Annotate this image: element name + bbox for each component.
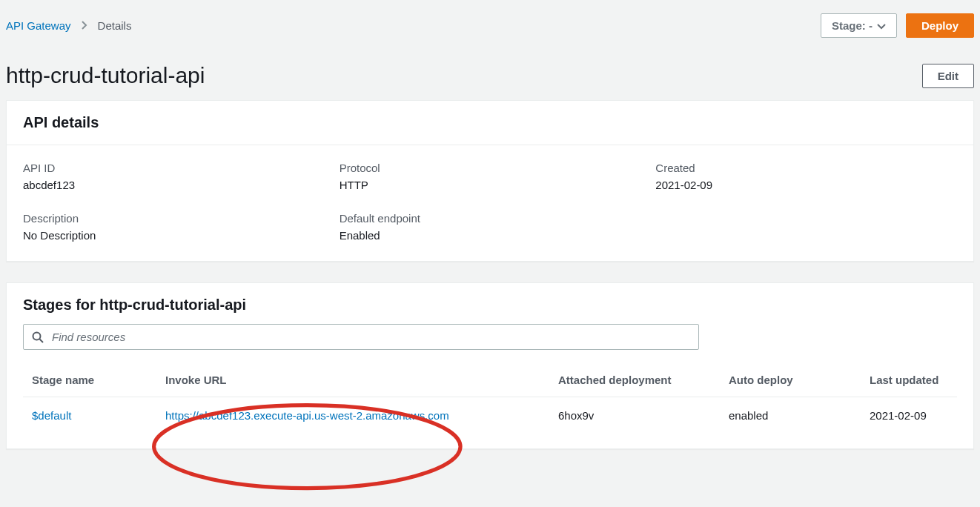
label-protocol: Protocol — [340, 162, 641, 174]
deploy-button[interactable]: Deploy — [906, 13, 974, 38]
value-protocol: HTTP — [340, 179, 641, 191]
field-description: Description No Description — [23, 212, 325, 242]
value-api-id: abcdef123 — [23, 179, 325, 191]
last-updated-value: 2021-02-09 — [861, 397, 957, 430]
field-api-id: API ID abcdef123 — [23, 162, 325, 191]
col-attached-deployment[interactable]: Attached deployment — [549, 366, 720, 397]
stages-panel: Stages for http-crud-tutorial-api Stage … — [6, 282, 974, 449]
field-default-endpoint: Default endpoint Enabled — [340, 212, 641, 242]
breadcrumb: API Gateway Details — [6, 19, 131, 32]
value-created: 2021-02-09 — [655, 179, 957, 191]
label-created: Created — [655, 162, 957, 174]
search-input[interactable] — [23, 324, 699, 350]
label-api-id: API ID — [23, 162, 325, 174]
field-protocol: Protocol HTTP — [340, 162, 641, 191]
label-description: Description — [23, 212, 325, 225]
attached-deployment-value: 6hox9v — [549, 397, 720, 430]
value-default-endpoint: Enabled — [340, 229, 641, 242]
stage-selector[interactable]: Stage: - — [821, 13, 897, 38]
auto-deploy-value: enabled — [720, 397, 861, 430]
stage-selector-label: Stage: - — [832, 19, 873, 32]
breadcrumb-root[interactable]: API Gateway — [6, 19, 71, 32]
api-details-heading: API details — [23, 114, 957, 131]
value-description: No Description — [23, 229, 325, 242]
chevron-right-icon — [82, 20, 87, 32]
page-title: http-crud-tutorial-api — [6, 63, 205, 88]
svg-point-0 — [33, 332, 41, 339]
edit-button[interactable]: Edit — [922, 64, 974, 88]
caret-down-icon — [877, 19, 886, 32]
stages-heading: Stages for http-crud-tutorial-api — [23, 296, 957, 314]
stages-table: Stage name Invoke URL Attached deploymen… — [23, 366, 957, 429]
label-default-endpoint: Default endpoint — [340, 212, 641, 225]
col-stage-name[interactable]: Stage name — [23, 366, 156, 397]
invoke-url-link[interactable]: https://abcdef123.execute-api.us-west-2.… — [165, 409, 449, 422]
col-last-updated[interactable]: Last updated — [861, 366, 957, 397]
field-created: Created 2021-02-09 — [655, 162, 957, 191]
stage-link[interactable]: $default — [32, 409, 71, 422]
table-row: $default https://abcdef123.execute-api.u… — [23, 397, 957, 430]
api-details-panel: API details API ID abcdef123 Protocol HT… — [6, 100, 974, 262]
col-auto-deploy[interactable]: Auto deploy — [720, 366, 861, 397]
col-invoke-url[interactable]: Invoke URL — [156, 366, 549, 397]
svg-line-1 — [40, 339, 44, 342]
breadcrumb-current: Details — [98, 19, 132, 32]
